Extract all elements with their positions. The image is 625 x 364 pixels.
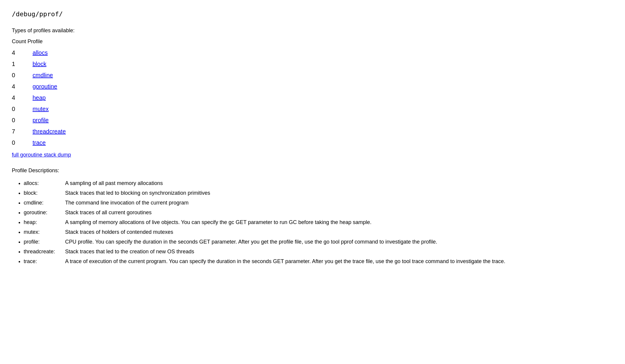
table-row: 1block: [12, 58, 66, 70]
description-term: threadcreate:: [24, 248, 65, 256]
profile-count: 7: [12, 126, 30, 137]
page-title: /debug/pprof/: [12, 9, 613, 19]
profile-link-profile[interactable]: profile: [33, 117, 49, 123]
description-text: A sampling of memory allocations of live…: [65, 219, 371, 225]
description-item: threadcreate:Stack traces that led to th…: [24, 248, 613, 256]
description-text: Stack traces that led to the creation of…: [65, 249, 194, 255]
description-term: cmdline:: [24, 199, 65, 207]
description-text: A trace of execution of the current prog…: [65, 258, 505, 264]
description-text: Stack traces of holders of contended mut…: [65, 229, 173, 235]
profile-link-block[interactable]: block: [33, 61, 46, 67]
table-header: Count Profile: [12, 37, 613, 46]
profiles-table: 4allocs1block0cmdline4goroutine4heap0mut…: [12, 47, 66, 148]
profile-link-mutex[interactable]: mutex: [33, 106, 49, 112]
profile-link-cmdline[interactable]: cmdline: [33, 72, 53, 78]
description-term: profile:: [24, 238, 65, 246]
table-row: 0cmdline: [12, 70, 66, 81]
profile-link-heap[interactable]: heap: [33, 94, 46, 101]
profile-link-trace[interactable]: trace: [33, 139, 46, 146]
description-term: block:: [24, 189, 65, 197]
description-term: heap:: [24, 218, 65, 226]
profile-count: 0: [12, 70, 30, 81]
profile-link-allocs[interactable]: allocs: [33, 49, 48, 56]
profile-count: 4: [12, 81, 30, 92]
description-item: heap:A sampling of memory allocations of…: [24, 218, 613, 226]
profile-count: 4: [12, 47, 30, 58]
description-item: profile:CPU profile. You can specify the…: [24, 238, 613, 246]
profile-link-threadcreate[interactable]: threadcreate: [33, 128, 66, 135]
full-goroutine-dump-link[interactable]: full goroutine stack dump: [12, 151, 613, 159]
description-item: cmdline:The command line invocation of t…: [24, 199, 613, 207]
description-item: block:Stack traces that led to blocking …: [24, 189, 613, 197]
description-item: allocs:A sampling of all past memory all…: [24, 179, 613, 187]
description-text: CPU profile. You can specify the duratio…: [65, 239, 437, 245]
description-text: Stack traces that led to blocking on syn…: [65, 190, 210, 196]
description-text: A sampling of all past memory allocation…: [65, 180, 163, 186]
table-row: 4heap: [12, 92, 66, 103]
description-term: goroutine:: [24, 209, 65, 217]
profile-count: 0: [12, 103, 30, 115]
profile-count: 0: [12, 115, 30, 126]
table-row: 0mutex: [12, 103, 66, 115]
table-row: 0trace: [12, 137, 66, 148]
description-text: The command line invocation of the curre…: [65, 200, 189, 206]
profile-link-goroutine[interactable]: goroutine: [33, 83, 57, 90]
description-item: goroutine:Stack traces of all current go…: [24, 209, 613, 217]
table-row: 4allocs: [12, 47, 66, 58]
profiles-heading: Types of profiles available:: [12, 26, 613, 35]
description-term: mutex:: [24, 228, 65, 236]
profile-count: 1: [12, 58, 30, 70]
description-text: Stack traces of all current goroutines: [65, 210, 152, 215]
table-row: 7threadcreate: [12, 126, 66, 137]
profile-count: 4: [12, 92, 30, 103]
description-item: mutex:Stack traces of holders of contend…: [24, 228, 613, 236]
table-row: 0profile: [12, 115, 66, 126]
description-term: allocs:: [24, 179, 65, 187]
table-row: 4goroutine: [12, 81, 66, 92]
descriptions-list: allocs:A sampling of all past memory all…: [12, 179, 613, 265]
description-item: trace:A trace of execution of the curren…: [24, 257, 613, 265]
descriptions-heading: Profile Descriptions:: [12, 166, 613, 175]
profile-count: 0: [12, 137, 30, 148]
description-term: trace:: [24, 257, 65, 265]
